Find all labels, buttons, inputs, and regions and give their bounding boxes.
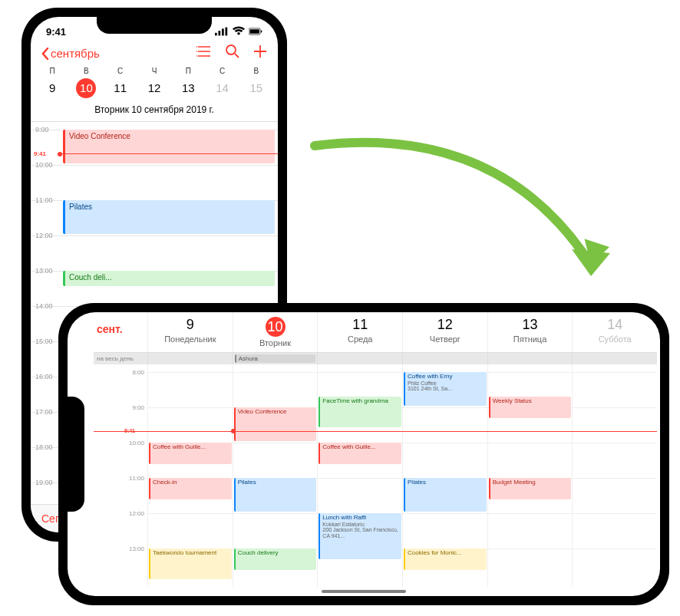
hour-label: 14:00 <box>35 302 53 310</box>
status-time: 9:41 <box>46 26 66 38</box>
notch <box>68 397 84 512</box>
hour-label: 12:00 <box>35 232 53 239</box>
svg-marker-11 <box>572 249 610 276</box>
hour-label: 10:00 <box>129 440 144 446</box>
hour-label: 13:00 <box>129 545 144 552</box>
hour-label: 17:00 <box>35 408 53 416</box>
day-wed[interactable]: С11 <box>104 67 137 98</box>
event-facetime[interactable]: FaceTime with grandma <box>319 397 401 427</box>
event-coffee-guille[interactable]: Coffee with Guille... <box>149 443 232 464</box>
event-weekly-status[interactable]: Weekly Status <box>489 397 572 418</box>
event-ashura[interactable]: Ashura <box>235 354 316 363</box>
hour-label: 11:00 <box>35 196 53 204</box>
day-sun[interactable]: В15 <box>239 67 273 98</box>
hour-label: 13:00 <box>35 267 53 275</box>
nav-bar: сентябрь <box>31 40 278 67</box>
svg-rect-2 <box>222 28 224 35</box>
phone-landscape: сент. 9Понедельник 10Вторник 11Среда 12Ч… <box>58 303 669 605</box>
svg-rect-0 <box>215 33 217 36</box>
back-label: сентябрь <box>51 47 100 60</box>
svg-point-8 <box>196 51 197 52</box>
event-couch[interactable]: Couch delivery <box>234 548 317 570</box>
hour-label: 10:00 <box>35 161 53 169</box>
day-header-sat[interactable]: 14Суббота <box>572 312 657 352</box>
signal-icon <box>215 25 229 38</box>
event-cookies[interactable]: Cookies for Monic... <box>404 548 487 570</box>
wifi-icon <box>232 25 246 38</box>
back-button[interactable]: сентябрь <box>41 47 100 60</box>
now-indicator: 9:41 <box>94 431 657 432</box>
event-pilates[interactable]: Pilates <box>63 200 275 234</box>
day-header-thu[interactable]: 12Четверг <box>402 312 487 352</box>
col-wed: FaceTime with grandma Coffee with Guille… <box>317 364 402 587</box>
hour-label: 12:00 <box>129 510 144 517</box>
day-header-tue[interactable]: 10Вторник <box>233 312 318 352</box>
event-video-conference[interactable]: Video Conference <box>63 130 275 163</box>
day-fri[interactable]: П13 <box>171 67 205 98</box>
event-video-conference[interactable]: Video Conference <box>234 407 317 441</box>
week-header: сент. 9Понедельник 10Вторник 11Среда 12Ч… <box>94 312 657 353</box>
notch <box>97 17 212 34</box>
event-lunch[interactable]: Lunch with Raffi Kokkari Estiatorio 200 … <box>319 513 401 559</box>
day-header-wed[interactable]: 11Среда <box>317 312 402 352</box>
svg-rect-3 <box>226 28 228 36</box>
day-header-fri[interactable]: 13Пятница <box>487 312 573 352</box>
hour-label: 16:00 <box>35 373 53 380</box>
svg-point-7 <box>196 46 197 48</box>
day-tue[interactable]: В10 <box>69 67 103 98</box>
col-mon: Coffee with Guille... Check-in Taekwondo… <box>147 364 233 587</box>
allday-label: на весь день <box>94 353 147 364</box>
allday-row: на весь день Ashura <box>94 353 657 364</box>
svg-point-10 <box>226 45 236 54</box>
col-sat <box>572 364 657 587</box>
search-icon[interactable] <box>226 44 239 62</box>
now-indicator: 9:41 <box>60 153 278 154</box>
event-pilates[interactable]: Pilates <box>404 478 487 512</box>
col-tue: Video Conference Pilates Couch delivery <box>233 364 318 587</box>
hour-label: 19:00 <box>35 479 53 486</box>
event-pilates[interactable]: Pilates <box>234 478 317 512</box>
hour-label: 15:00 <box>35 338 53 345</box>
svg-rect-5 <box>249 29 259 34</box>
week-row: П9 В10 С11 Ч12 П13 С14 В15 <box>31 67 278 98</box>
event-budget[interactable]: Budget Meeting <box>489 478 572 499</box>
month-label[interactable]: сент. <box>94 312 147 352</box>
screen-landscape: сент. 9Понедельник 10Вторник 11Среда 12Ч… <box>68 312 660 596</box>
rotation-arrow-icon <box>284 130 622 307</box>
svg-rect-6 <box>261 31 262 33</box>
event-coffee-guille[interactable]: Coffee with Guille... <box>319 443 401 464</box>
week-grid[interactable]: 8:00 9:00 10:00 11:00 12:00 13:00 9:41 <box>94 364 657 587</box>
event-coffee-erny[interactable]: Coffee with Erny Philz Coffee 3101 24th … <box>404 372 487 406</box>
col-fri: Weekly Status Budget Meeting <box>487 364 573 587</box>
hour-label: 18:00 <box>35 443 53 451</box>
home-indicator[interactable] <box>322 590 406 593</box>
hour-label: 11:00 <box>129 475 144 482</box>
day-mon[interactable]: П9 <box>35 67 69 98</box>
event-checkin[interactable]: Check-in <box>149 478 232 499</box>
day-thu[interactable]: Ч12 <box>137 67 171 98</box>
list-icon[interactable] <box>196 44 212 62</box>
event-taekwondo[interactable]: Taekwondo tournament <box>149 548 232 579</box>
event-couch[interactable]: Couch deli... <box>63 271 275 286</box>
add-icon[interactable] <box>253 44 267 62</box>
hour-label: 9:00 <box>35 126 49 133</box>
chevron-left-icon <box>41 48 49 60</box>
hour-label: 8:00 <box>132 369 144 376</box>
battery-icon <box>249 25 262 38</box>
day-sat[interactable]: С14 <box>205 67 239 98</box>
svg-point-9 <box>196 55 197 57</box>
day-header-mon[interactable]: 9Понедельник <box>147 312 233 352</box>
svg-rect-1 <box>219 31 221 35</box>
date-title: Вторник 10 сентября 2019 г. <box>31 98 278 122</box>
col-thu: Coffee with Erny Philz Coffee 3101 24th … <box>402 364 487 587</box>
hour-label: 9:00 <box>132 404 144 411</box>
